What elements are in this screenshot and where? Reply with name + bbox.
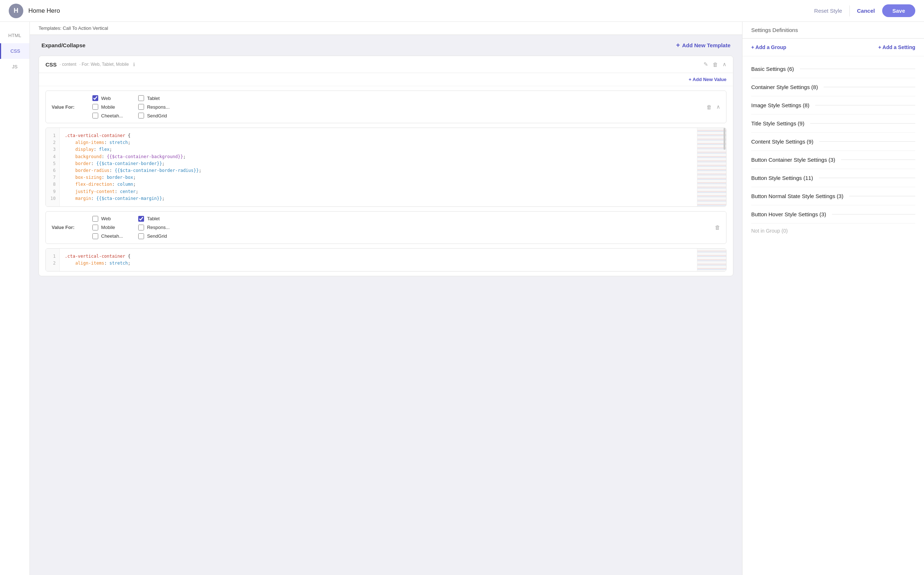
checkbox-cheetah-2-label: Cheetah... [101, 233, 123, 239]
code-content-2[interactable]: .cta-vertical-container { align-items: s… [60, 249, 697, 271]
settings-item-btn-style-line [819, 178, 915, 178]
value-collapse-button[interactable]: ∧ [716, 103, 720, 110]
sidebar-item-css[interactable]: CSS [0, 43, 29, 59]
settings-item-btn-style: Button Style Settings (11) [751, 169, 915, 187]
code-area-2: 12 .cta-vertical-container { align-items… [45, 248, 726, 272]
checkbox-cheetah-input[interactable] [92, 113, 98, 119]
settings-item-title-label: Title Style Settings (9) [751, 120, 805, 127]
settings-item-btn-hover: Button Hover Style Settings (3) [751, 205, 915, 224]
right-panel-toolbar: + Add a Group + Add a Setting [742, 38, 924, 56]
mini-code-preview-1 [697, 128, 726, 206]
checkbox-cheetah-label: Cheetah... [101, 113, 123, 119]
settings-item-container-label: Container Style Settings (8) [751, 84, 818, 90]
checkbox-tablet-2-label: Tablet [147, 216, 160, 221]
checkbox-sendgrid-2-input[interactable] [138, 233, 144, 239]
settings-item-basic-line [800, 69, 915, 69]
platform-checkboxes-2: Web Tablet Mobile Respons... [92, 216, 169, 239]
code-thumb-2 [697, 249, 726, 271]
css-block-title: CSS · content · For: Web, Tablet, Mobile… [45, 62, 135, 68]
settings-item-content-line [819, 141, 915, 142]
checkbox-cheetah-2-input[interactable] [92, 233, 98, 239]
cancel-button[interactable]: Cancel [857, 8, 875, 14]
app-header: H Home Hero Reset Style Cancel Save [0, 0, 924, 22]
checkbox-mobile-2-input[interactable] [92, 225, 98, 230]
checkbox-web-input[interactable] [92, 95, 98, 101]
sidebar-item-js[interactable]: JS [0, 59, 29, 75]
right-panel-header: Settings Definitions [742, 22, 924, 38]
checkbox-mobile-input[interactable] [92, 104, 98, 110]
header-divider [849, 5, 850, 16]
checkbox-respons-2: Respons... [138, 225, 169, 230]
checkbox-sendgrid: SendGrid [138, 113, 169, 119]
reset-style-button[interactable]: Reset Style [814, 8, 842, 14]
checkbox-tablet: Tablet [138, 95, 169, 101]
checkbox-tablet-2-input[interactable] [138, 216, 144, 222]
settings-item-btn-container-label: Button Container Style Settings (3) [751, 157, 835, 163]
checkbox-web: Web [92, 95, 124, 101]
settings-item-container-line [824, 87, 915, 87]
add-group-button[interactable]: + Add a Group [751, 44, 786, 50]
value-for-actions-2: 🗑 [715, 224, 720, 230]
checkbox-mobile-2: Mobile [92, 225, 124, 230]
edit-button[interactable]: ✎ [704, 61, 708, 68]
sidebar-item-html[interactable]: HTML [0, 28, 29, 43]
checkbox-sendgrid-input[interactable] [138, 113, 144, 119]
line-numbers-1: 12345678910 [46, 128, 60, 206]
settings-item-content: Content Style Settings (9) [751, 133, 915, 151]
checkbox-cheetah: Cheetah... [92, 113, 124, 119]
info-icon: ℹ [133, 62, 135, 67]
center-panel: Templates: Call To Action Vertical Expan… [30, 22, 742, 575]
settings-item-image-label: Image Style Settings (8) [751, 102, 809, 108]
settings-item-basic: Basic Settings (6) [751, 60, 915, 78]
code-content-1[interactable]: .cta-vertical-container { align-items: s… [60, 128, 697, 206]
save-button[interactable]: Save [882, 4, 915, 17]
line-numbers-2: 12 [46, 249, 60, 271]
checkbox-respons-2-input[interactable] [138, 225, 144, 230]
left-sidebar: HTML CSS JS [0, 22, 30, 575]
header-right: Reset Style Cancel Save [814, 4, 915, 17]
avatar: H [9, 4, 23, 18]
css-meta-for: · For: Web, Tablet, Mobile [79, 62, 129, 67]
checkbox-respons: Respons... [138, 104, 169, 110]
checkbox-web-label: Web [101, 95, 111, 101]
settings-item-title-line [810, 123, 915, 124]
settings-item-btn-normal-line [849, 196, 915, 196]
checkbox-mobile: Mobile [92, 104, 124, 110]
value-for-label-2: Value For: [52, 225, 81, 230]
value-for-section-2: Value For: Web Tablet Mobile [45, 211, 726, 244]
value-for-label: Value For: [52, 104, 81, 110]
settings-item-content-label: Content Style Settings (9) [751, 138, 813, 145]
not-in-group: Not in Group (0) [751, 224, 915, 238]
value-for-section-1: Value For: Web Tablet Mobile [45, 91, 726, 123]
css-meta-content: · content [60, 62, 76, 67]
css-block-actions: ✎ 🗑 ∧ [704, 61, 726, 68]
checkbox-web-2-input[interactable] [92, 216, 98, 222]
center-panel-header: Templates: Call To Action Vertical [30, 22, 742, 35]
settings-item-basic-label: Basic Settings (6) [751, 66, 794, 72]
code-scrollbar-1[interactable] [723, 128, 725, 150]
checkbox-respons-2-label: Respons... [147, 225, 169, 230]
add-new-value-button[interactable]: + Add New Value [689, 77, 726, 82]
settings-item-title: Title Style Settings (9) [751, 114, 915, 133]
add-setting-button[interactable]: + Add a Setting [878, 44, 915, 50]
breadcrumb: Templates: Call To Action Vertical [38, 25, 108, 31]
settings-item-image: Image Style Settings (8) [751, 96, 915, 114]
checkbox-tablet-input[interactable] [138, 95, 144, 101]
settings-item-btn-container: Button Container Style Settings (3) [751, 151, 915, 169]
settings-item-btn-style-label: Button Style Settings (11) [751, 175, 813, 181]
delete-button[interactable]: 🗑 [713, 62, 718, 68]
checkbox-mobile-label: Mobile [101, 104, 115, 110]
checkbox-sendgrid-2-label: SendGrid [147, 233, 167, 239]
checkbox-tablet-label: Tablet [147, 95, 160, 101]
right-panel: Settings Definitions + Add a Group + Add… [742, 22, 924, 575]
value-delete-button[interactable]: 🗑 [706, 104, 712, 110]
checkbox-respons-input[interactable] [138, 104, 144, 110]
value-delete-button-2[interactable]: 🗑 [715, 224, 720, 230]
code-thumb-1 [697, 128, 726, 206]
css-tag: CSS [45, 62, 57, 68]
collapse-button[interactable]: ∧ [722, 61, 726, 68]
add-new-template-button[interactable]: + Add New Template [676, 41, 730, 49]
css-block-header: CSS · content · For: Web, Tablet, Mobile… [39, 56, 733, 73]
header-left: H Home Hero [9, 4, 60, 18]
settings-item-btn-normal-label: Button Normal State Style Settings (3) [751, 193, 843, 199]
